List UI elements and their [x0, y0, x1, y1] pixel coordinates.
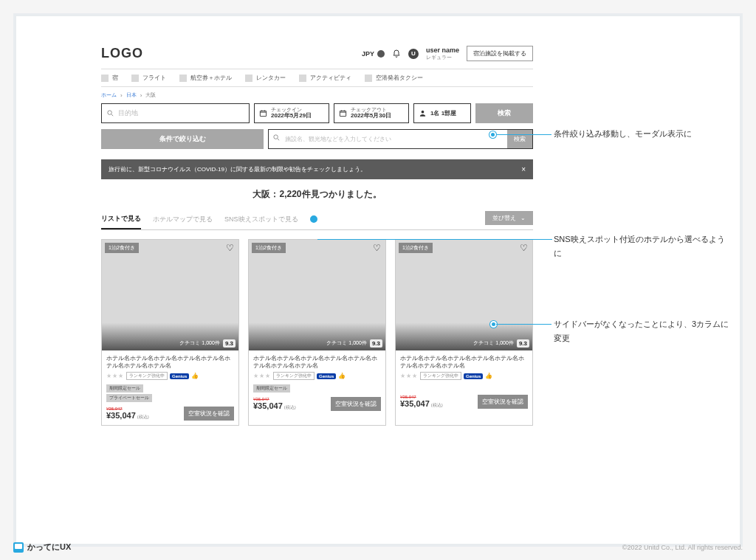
nav-tab-activity[interactable]: アクティビティ: [299, 74, 351, 82]
meal-plan-tag: 1泊2食付き: [105, 243, 139, 253]
sort-label: 並び替え: [492, 214, 516, 222]
nav-tab-taxi[interactable]: 空港発着タクシー: [365, 74, 423, 82]
review-count: クチコミ 1,000件: [326, 339, 366, 347]
heart-icon[interactable]: ♡: [226, 243, 234, 253]
price: ¥35,047: [253, 401, 283, 410]
keyword-input[interactable]: [281, 130, 507, 148]
tab-map-view[interactable]: ホテルマップで見る: [153, 210, 213, 229]
user-block[interactable]: user name レギュラー: [426, 47, 459, 61]
review-count: クチコミ 1,000件: [473, 339, 513, 347]
sale-tag: 期間限定セール: [106, 384, 143, 393]
currency-selector[interactable]: JPY: [362, 50, 385, 58]
footer: かってにUX ©2022 Unitd Co., Ltd. All rights …: [13, 542, 743, 553]
search-icon: [106, 109, 114, 117]
annotation-marker-icon: [310, 215, 317, 223]
sort-button[interactable]: 並び替え ⌄: [485, 211, 533, 225]
user-tier: レギュラー: [426, 55, 459, 61]
results-heading: 大阪：2,220件見つかりました。: [101, 188, 533, 201]
price-row: ¥35,047 ¥35,047(税込) 空室状況を確認: [400, 395, 528, 409]
heart-icon[interactable]: ♡: [520, 243, 528, 253]
price-row: ¥35,047 ¥35,047(税込) 空室状況を確認: [253, 397, 381, 411]
tab-sns-view[interactable]: SNS映えスポットで見る: [224, 210, 298, 229]
search-row: チェックイン 2022年5月29日 チェックアウト 2022年5月30日 1名 …: [101, 103, 533, 123]
hotel-name: ホテル名ホテル名ホテル名ホテル名ホテル名ホテル名ホテル名ホテル名: [253, 355, 381, 370]
hotel-name: ホテル名ホテル名ホテル名ホテル名ホテル名ホテル名ホテル名ホテル名: [106, 355, 234, 370]
checkin-label: チェックイン: [271, 107, 312, 112]
search-button[interactable]: 検索: [475, 103, 533, 123]
footer-brand: かってにUX: [27, 542, 71, 553]
square-icon: [179, 75, 187, 82]
breadcrumb-country[interactable]: 日本: [126, 91, 137, 99]
checkin-value: 2022年5月29日: [271, 112, 312, 120]
list-property-button[interactable]: 宿泊施設を掲載する: [467, 46, 533, 61]
covid-banner: 旅行前に、新型コロナウイルス（COVID-19）に関する最新の制限や勧告をチェッ…: [101, 159, 533, 179]
footer-logo-icon: [13, 542, 24, 553]
annotation-line: [317, 239, 552, 240]
sale-tags: 期間限定セール プライベートセール: [253, 384, 381, 393]
square-icon: [299, 75, 306, 82]
checkin-field[interactable]: チェックイン 2022年5月29日: [254, 103, 329, 123]
search-icon: [272, 134, 281, 142]
ranking-tag: ランキング強化中: [420, 372, 461, 380]
bell-icon[interactable]: [392, 49, 401, 58]
meta-row: ★★★ ランキング強化中 Genius 👍: [106, 372, 234, 380]
availability-button[interactable]: 空室状況を確認: [331, 397, 381, 411]
review-score: 9.3: [223, 339, 236, 348]
square-icon: [101, 75, 109, 82]
tax-note: (税込): [137, 415, 149, 419]
star-icons: ★★★: [106, 373, 124, 379]
avatar[interactable]: U: [408, 49, 419, 59]
keyword-search-button[interactable]: 検索: [507, 130, 532, 148]
annotation-marker-icon: [489, 131, 496, 138]
card-body: ホテル名ホテル名ホテル名ホテル名ホテル名ホテル名ホテル名ホテル名 ★★★ ランキ…: [396, 350, 532, 414]
svg-point-0: [108, 111, 112, 115]
nav-tab-car[interactable]: レンタカー: [245, 74, 286, 82]
svg-point-4: [274, 134, 278, 139]
tax-note: (税込): [284, 405, 296, 409]
hotel-card[interactable]: 1泊2食付き ♡ クチコミ 1,000件 9.3 ホテル名ホテル名ホテル名ホテル…: [395, 239, 533, 426]
availability-button[interactable]: 空室状況を確認: [478, 395, 528, 409]
filter-button[interactable]: 条件で絞り込む: [101, 129, 264, 149]
review-score: 9.3: [370, 339, 382, 348]
price: ¥35,047: [106, 411, 136, 420]
review-row: クチコミ 1,000件 9.3: [326, 339, 382, 348]
currency-label: JPY: [362, 50, 374, 58]
hotel-card[interactable]: 1泊2食付き ♡ クチコミ 1,000件 9.3 ホテル名ホテル名ホテル名ホテル…: [248, 239, 386, 426]
hotel-card[interactable]: 1泊2食付き ♡ クチコミ 1,000件 9.3 ホテル名ホテル名ホテル名ホテル…: [101, 239, 239, 426]
svg-rect-2: [340, 111, 346, 116]
meal-plan-tag: 1泊2食付き: [399, 243, 433, 253]
close-icon[interactable]: ×: [521, 165, 526, 173]
logo: LOGO: [101, 46, 143, 61]
price-col: ¥35,047 ¥35,047(税込): [400, 395, 443, 409]
thumbup-icon: 👍: [485, 373, 492, 379]
price-row: ¥35,047 ¥35,047(税込) 空室状況を確認: [106, 407, 234, 421]
currency-flag-icon: [377, 50, 385, 58]
view-row: リストで見る ホテルマップで見る SNS映えスポットで見る 並び替え ⌄: [101, 210, 533, 230]
breadcrumb-home[interactable]: ホーム: [101, 91, 117, 99]
svg-rect-1: [260, 111, 266, 116]
heart-icon[interactable]: ♡: [373, 243, 381, 253]
guests-field[interactable]: 1名 1部屋: [413, 103, 471, 123]
square-icon: [131, 75, 139, 82]
nav-tab-flight[interactable]: フライト: [131, 74, 166, 82]
guests-value: 1名 1部屋: [430, 109, 456, 117]
genius-badge: Genius: [170, 373, 189, 379]
nav-tab-stay[interactable]: 宿: [101, 74, 118, 82]
nav-tabs: 宿 フライト 航空券＋ホテル レンタカー アクティビティ 空港発着タクシー: [101, 69, 533, 87]
header: LOGO JPY U user name レギュラー 宿泊施設を掲載する: [101, 46, 533, 69]
star-icons: ★★★: [253, 373, 271, 379]
card-grid: 1泊2食付き ♡ クチコミ 1,000件 9.3 ホテル名ホテル名ホテル名ホテル…: [101, 239, 533, 426]
review-row: クチコミ 1,000件 9.3: [473, 339, 529, 348]
price-col: ¥35,047 ¥35,047(税込): [106, 407, 149, 421]
hotel-thumbnail: 1泊2食付き ♡ クチコミ 1,000件 9.3: [102, 240, 238, 350]
filter-row: 条件で絞り込む 検索: [101, 129, 533, 149]
checkout-field[interactable]: チェックアウト 2022年5月30日: [334, 103, 409, 123]
destination-input[interactable]: [118, 109, 244, 117]
nav-tab-flight-hotel[interactable]: 航空券＋ホテル: [179, 74, 232, 82]
destination-field[interactable]: [101, 103, 250, 123]
thumbup-icon: 👍: [338, 373, 346, 379]
genius-badge: Genius: [464, 373, 483, 379]
review-score: 9.3: [517, 339, 529, 348]
availability-button[interactable]: 空室状況を確認: [184, 407, 234, 421]
tab-list-view[interactable]: リストで見る: [101, 210, 141, 229]
